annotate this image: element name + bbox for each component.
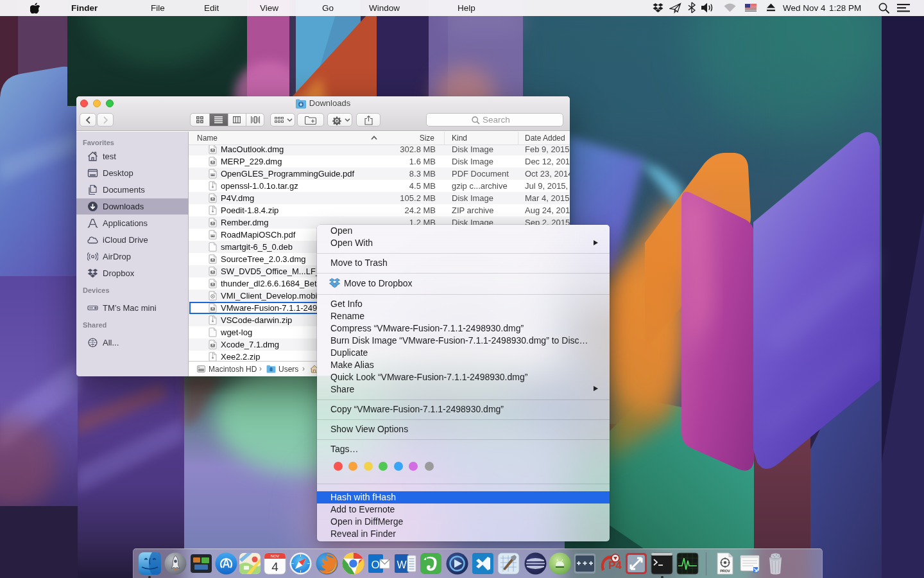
svg-text:W: W: [397, 559, 407, 570]
svg-text:PROV: PROV: [720, 569, 730, 573]
svg-text:O: O: [371, 559, 379, 571]
svg-text:NOV: NOV: [270, 554, 278, 558]
svg-text:4: 4: [271, 560, 278, 574]
